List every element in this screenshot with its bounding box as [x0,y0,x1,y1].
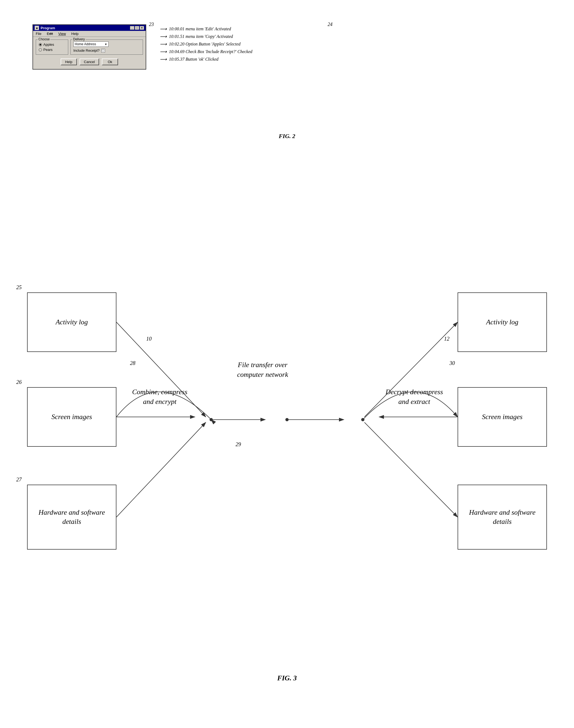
decrypt-label: Decrypt decompress and extract [384,387,444,407]
fig3-label: FIG. 3 [277,674,297,682]
close-button[interactable]: ✕ [140,26,144,30]
screen-images-right-text: Screen images [482,412,523,422]
maximize-button[interactable]: □ [135,26,139,30]
file-transfer-label: File transfer over computer network [225,360,300,380]
callout-line-5: ⟶ 10:05.37 Button 'ok' Clicked [160,56,322,62]
menu-bar: File Edit View Help [33,31,146,37]
combine-label: Combine, compress and encrypt [130,387,190,407]
arrow-icon-5: ⟶ [160,56,167,62]
ref-24: 24 [328,22,332,27]
ref-27: 27 [16,476,22,483]
radio-pears[interactable]: Pears [39,48,65,52]
arrow-icon-1: ⟶ [160,26,167,32]
hardware-left-text: Hardware and software details [30,508,113,526]
callout-text-3: 10:02.20 Option Button 'Apples' Selected [169,42,240,47]
callout-text-1: 10:00.01 menu item 'Edit' Activated [169,27,231,31]
svg-point-9 [361,418,364,421]
svg-point-7 [285,418,289,421]
include-receipt-checkbox[interactable]: ☐ [101,49,105,52]
file-transfer-text: File transfer over computer network [237,361,288,379]
title-bar-left: ■ Program [35,26,55,30]
hardware-right-text: Hardware and software details [461,508,544,526]
ok-button[interactable]: Ok [102,58,118,65]
ref-28: 28 [130,360,135,366]
box-hardware-right: Hardware and software details [458,485,547,550]
checkbox-label: Include Receipt? [73,48,99,52]
menu-view[interactable]: View [57,31,67,36]
decrypt-text: Decrypt decompress and extract [385,388,443,405]
delivery-label: Delivery [72,37,86,41]
button-row: Help Cancel Ok [36,57,143,66]
minimize-button[interactable]: _ [130,26,134,30]
radio-label-apples: Apples [43,43,54,47]
menu-help[interactable]: Help [70,31,80,36]
fig3-section: Activity log Screen images Hardware and … [0,257,574,690]
activity-log-right-text: Activity log [486,317,518,327]
combine-text: Combine, compress and encrypt [132,388,188,405]
ref-23: 23 [149,22,154,27]
radio-dot [40,44,41,45]
box-screen-images-left: Screen images [27,387,116,447]
callout-text-5: 10:05.37 Button 'ok' Clicked [169,57,218,62]
ref-26: 26 [16,379,22,385]
program-window: ■ Program _ □ ✕ File Edit View Help Choo… [33,25,146,70]
box-activity-log-right: Activity log [458,292,547,352]
arrow-icon-4: ⟶ [160,49,167,55]
program-icon: ■ [35,26,39,30]
form-row: Choose Apples Pears Delivery [36,40,143,55]
arrow-icon-2: ⟶ [160,34,167,40]
choose-group: Choose Apples Pears [36,40,68,55]
diagram-container: Activity log Screen images Hardware and … [0,257,574,690]
radio-apples[interactable]: Apples [39,43,65,47]
dropdown-value: Home Address [75,42,96,46]
ref-30: 30 [449,360,455,366]
box-hardware-left: Hardware and software details [27,485,116,550]
ref-12: 12 [444,336,449,342]
svg-point-5 [210,418,213,421]
ref-29: 29 [236,441,241,447]
box-activity-log-left: Activity log [27,292,116,352]
radio-circle-apples [39,43,42,46]
svg-line-12 [364,422,458,517]
ref-10: 10 [146,336,152,342]
delivery-dropdown[interactable]: Home Address ▼ [73,41,109,47]
box-screen-images-right: Screen images [458,387,547,447]
callout-area: ⟶ 10:00.01 menu item 'Edit' Activated ⟶ … [160,25,322,64]
arrow-icon-3: ⟶ [160,41,167,47]
checkbox-row: Include Receipt? ☐ [73,48,140,52]
dropdown-row: Home Address ▼ [73,41,140,47]
callout-line-3: ⟶ 10:02.20 Option Button 'Apples' Select… [160,41,322,47]
cancel-button[interactable]: Cancel [80,58,99,65]
delivery-group: Delivery Home Address ▼ Include Receipt?… [70,40,143,55]
callout-line-1: ⟶ 10:00.01 menu item 'Edit' Activated [160,26,322,32]
svg-line-4 [116,422,206,517]
window-body: Choose Apples Pears Delivery [33,37,146,69]
dropdown-arrow-icon: ▼ [105,43,107,46]
radio-circle-pears [39,48,42,51]
callout-text-2: 10:01.51 menu item 'Copy' Activated [169,34,233,39]
window-title: Program [41,26,55,30]
callout-text-4: 10:04.69 Check Box 'Include Receipt?' Ch… [169,49,252,54]
ref-25: 25 [16,284,22,291]
screen-images-left-text: Screen images [51,412,92,422]
title-bar: ■ Program _ □ ✕ [33,25,146,31]
title-buttons[interactable]: _ □ ✕ [130,26,144,30]
callout-line-4: ⟶ 10:04.69 Check Box 'Include Receipt?' … [160,49,322,55]
menu-file[interactable]: File [35,31,42,36]
fig2-label: FIG. 2 [279,133,295,139]
choose-label: Choose [38,37,50,41]
help-button[interactable]: Help [60,58,77,65]
radio-label-pears: Pears [43,48,52,52]
activity-log-left-text: Activity log [55,317,88,327]
callout-line-2: ⟶ 10:01.51 menu item 'Copy' Activated [160,34,322,40]
menu-edit[interactable]: Edit [46,31,54,36]
